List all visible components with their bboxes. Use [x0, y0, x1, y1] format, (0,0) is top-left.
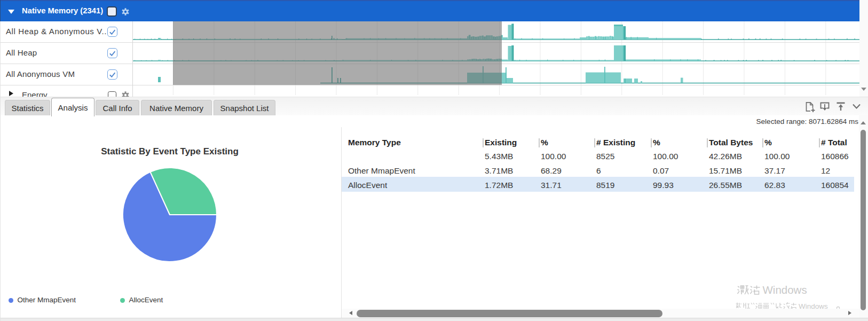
- svg-text:Windows: Windows: [763, 284, 807, 296]
